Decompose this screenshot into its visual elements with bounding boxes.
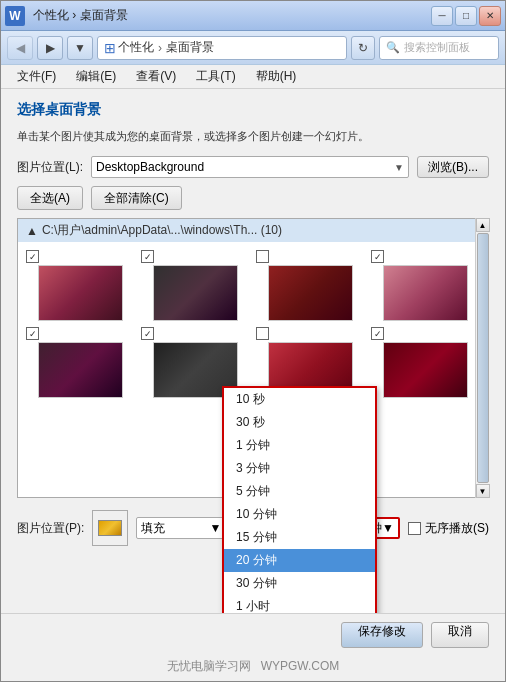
fit-select[interactable]: 填充 ▼	[136, 517, 226, 539]
dropdown-item-9[interactable]: 1 小时	[224, 595, 375, 613]
no-shuffle-checkbox[interactable]	[408, 522, 421, 535]
maximize-button[interactable]: □	[455, 6, 477, 26]
title-bar: W 个性化 › 桌面背景 ─ □ ✕	[1, 1, 505, 31]
search-box[interactable]: 🔍 搜索控制面板	[379, 36, 499, 60]
interval-dropdown-icon: ▼	[382, 521, 394, 535]
location-select[interactable]: DesktopBackground ▼	[91, 156, 409, 178]
menu-help[interactable]: 帮助(H)	[248, 66, 305, 87]
image-cell-3	[371, 250, 480, 321]
action-buttons: 全选(A) 全部清除(C)	[17, 186, 489, 210]
page-title: 选择桌面背景	[17, 101, 489, 119]
position-label: 图片位置(P):	[17, 520, 84, 537]
main-window: W 个性化 › 桌面背景 ─ □ ✕ ◀ ▶ ▼ ⊞ 个性化 › 桌面背景 ↻ …	[0, 0, 506, 682]
checkbox-row-3	[371, 250, 480, 263]
location-row: 图片位置(L): DesktopBackground ▼ 浏览(B)...	[17, 156, 489, 178]
image-thumb-0[interactable]	[38, 265, 123, 321]
window-title: 个性化 › 桌面背景	[33, 7, 128, 24]
checkbox-row-5	[141, 327, 250, 340]
interval-dropdown: 10 秒 30 秒 1 分钟 3 分钟 5 分钟 10 分钟 15 分钟 20 …	[222, 386, 377, 613]
fit-value: 填充	[141, 520, 165, 537]
image-checkbox-6[interactable]	[256, 327, 269, 340]
breadcrumb-part2: 桌面背景	[166, 39, 214, 56]
dropdown-item-5[interactable]: 10 分钟	[224, 503, 375, 526]
dropdown-item-2[interactable]: 1 分钟	[224, 434, 375, 457]
image-checkbox-2[interactable]	[256, 250, 269, 263]
image-cell-4	[26, 327, 135, 398]
window-logo: W	[5, 6, 25, 26]
main-content: 选择桌面背景 单击某个图片使其成为您的桌面背景，或选择多个图片创建一个幻灯片。 …	[1, 89, 505, 613]
image-cell-0	[26, 250, 135, 321]
image-cell-2	[256, 250, 365, 321]
scroll-up-button[interactable]: ▲	[476, 218, 490, 232]
watermark-text: 无忧电脑学习网 WYPGW.COM	[167, 659, 340, 673]
grid-header-path: C:\用户\admin\AppData\...\windows\Th... (1…	[42, 222, 282, 239]
minimize-button[interactable]: ─	[431, 6, 453, 26]
scrollbar: ▲ ▼	[475, 218, 489, 498]
no-shuffle-row: 无序播放(S)	[408, 520, 489, 537]
menu-file[interactable]: 文件(F)	[9, 66, 64, 87]
breadcrumb-part1: 个性化	[118, 39, 154, 56]
breadcrumb: ⊞ 个性化 › 桌面背景	[97, 36, 347, 60]
menu-edit[interactable]: 编辑(E)	[68, 66, 124, 87]
title-bar-left: W 个性化 › 桌面背景	[5, 6, 128, 26]
dropdown-item-4[interactable]: 5 分钟	[224, 480, 375, 503]
checkbox-row-6	[256, 327, 365, 340]
scroll-down-button[interactable]: ▼	[476, 484, 490, 498]
close-button[interactable]: ✕	[479, 6, 501, 26]
grid-header-triangle: ▲	[26, 224, 38, 238]
search-placeholder: 搜索控制面板	[404, 40, 470, 55]
fit-dropdown-icon: ▼	[209, 521, 221, 535]
dropdown-item-0[interactable]: 10 秒	[224, 388, 375, 411]
preview-thumbnail	[98, 520, 122, 536]
cancel-button[interactable]: 取消	[431, 622, 489, 648]
recent-button[interactable]: ▼	[67, 36, 93, 60]
position-preview	[92, 510, 128, 546]
no-shuffle-label: 无序播放(S)	[425, 520, 489, 537]
nav-bar: ◀ ▶ ▼ ⊞ 个性化 › 桌面背景 ↻ 🔍 搜索控制面板	[1, 31, 505, 65]
browse-button[interactable]: 浏览(B)...	[417, 156, 489, 178]
image-checkbox-7[interactable]	[371, 327, 384, 340]
checkbox-row-7	[371, 327, 480, 340]
dropdown-item-7[interactable]: 20 分钟	[224, 549, 375, 572]
dropdown-item-8[interactable]: 30 分钟	[224, 572, 375, 595]
forward-button[interactable]: ▶	[37, 36, 63, 60]
image-checkbox-4[interactable]	[26, 327, 39, 340]
image-thumb-4[interactable]	[38, 342, 123, 398]
save-button[interactable]: 保存修改	[341, 622, 423, 648]
position-controls: 填充 ▼	[92, 510, 226, 546]
image-checkbox-5[interactable]	[141, 327, 154, 340]
checkbox-row-2	[256, 250, 365, 263]
dropdown-item-1[interactable]: 30 秒	[224, 411, 375, 434]
location-label: 图片位置(L):	[17, 159, 83, 176]
image-thumb-3[interactable]	[383, 265, 468, 321]
location-dropdown-icon: ▼	[394, 162, 404, 173]
clear-all-button[interactable]: 全部清除(C)	[91, 186, 182, 210]
image-thumb-1[interactable]	[153, 265, 238, 321]
grid-header: ▲ C:\用户\admin\AppData\...\windows\Th... …	[18, 219, 488, 242]
checkbox-row-4	[26, 327, 135, 340]
select-all-button[interactable]: 全选(A)	[17, 186, 83, 210]
checkbox-row-0	[26, 250, 135, 263]
image-thumb-7[interactable]	[383, 342, 468, 398]
image-checkbox-0[interactable]	[26, 250, 39, 263]
scroll-thumb[interactable]	[477, 233, 489, 483]
search-icon: 🔍	[386, 41, 400, 54]
dropdown-item-6[interactable]: 15 分钟	[224, 526, 375, 549]
menu-tools[interactable]: 工具(T)	[188, 66, 243, 87]
image-grid-wrapper: ▲ C:\用户\admin\AppData\...\windows\Th... …	[17, 218, 489, 498]
breadcrumb-logo-icon: ⊞	[104, 40, 116, 56]
watermark: 无忧电脑学习网 WYPGW.COM	[1, 656, 505, 681]
breadcrumb-separator: ›	[158, 41, 162, 55]
refresh-button[interactable]: ↻	[351, 36, 375, 60]
image-thumb-2[interactable]	[268, 265, 353, 321]
menu-bar: 文件(F) 编辑(E) 查看(V) 工具(T) 帮助(H)	[1, 65, 505, 89]
image-cell-1	[141, 250, 250, 321]
footer: 保存修改 取消	[1, 613, 505, 656]
title-bar-controls: ─ □ ✕	[431, 6, 501, 26]
image-checkbox-3[interactable]	[371, 250, 384, 263]
image-checkbox-1[interactable]	[141, 250, 154, 263]
back-button[interactable]: ◀	[7, 36, 33, 60]
dropdown-item-3[interactable]: 3 分钟	[224, 457, 375, 480]
checkbox-row-1	[141, 250, 250, 263]
menu-view[interactable]: 查看(V)	[128, 66, 184, 87]
